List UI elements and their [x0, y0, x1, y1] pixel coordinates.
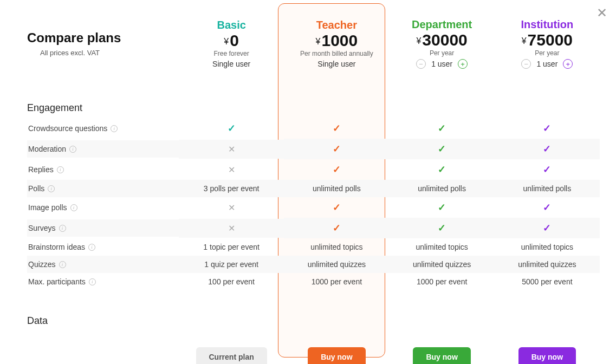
check-icon: ✓	[228, 123, 236, 134]
feature-value: unlimited quizzes	[308, 260, 366, 269]
feature-label: Image polls	[28, 203, 67, 212]
feature-label: Moderation	[28, 145, 66, 153]
check-icon: ✓	[438, 223, 446, 233]
feature-value: unlimited quizzes	[413, 260, 471, 269]
feature-value: 5000 per event	[522, 277, 572, 286]
feature-value: unlimited topics	[521, 243, 574, 251]
feature-value: 1000 per event	[417, 277, 467, 286]
feature-label: Crowdsource questions	[28, 124, 107, 133]
page-title: Compare plans	[27, 30, 179, 46]
check-icon: ✓	[438, 123, 446, 134]
x-icon: ✕	[228, 224, 235, 233]
x-icon: ✕	[228, 203, 235, 212]
inst-users-minus[interactable]: −	[521, 59, 531, 69]
dept-users-plus[interactable]: +	[458, 59, 468, 69]
feature-label: Max. participants	[28, 277, 86, 286]
department-buy-button[interactable]: Buy now	[413, 347, 470, 364]
info-icon[interactable]: i	[69, 146, 76, 153]
feature-label: Surveys	[28, 224, 56, 232]
check-icon: ✓	[543, 202, 551, 213]
feature-value: unlimited topics	[416, 243, 468, 251]
currency: ¥	[522, 36, 527, 46]
check-icon: ✓	[543, 223, 551, 233]
check-icon: ✓	[543, 144, 551, 154]
x-icon: ✕	[228, 145, 235, 154]
plan-name-department: Department	[390, 18, 495, 31]
meta-basic-1: Free forever	[179, 50, 284, 57]
feature-value: 100 per event	[208, 277, 255, 286]
check-icon: ✓	[543, 164, 551, 175]
meta-department-1: Per year	[390, 49, 495, 57]
price-department: 30000	[422, 31, 467, 49]
info-icon[interactable]: i	[111, 125, 118, 132]
check-icon: ✓	[438, 144, 446, 154]
check-icon: ✓	[438, 164, 446, 175]
currency: ¥	[316, 37, 321, 46]
check-icon: ✓	[333, 144, 341, 154]
section-engagement: Engagement	[27, 97, 600, 118]
currency: ¥	[224, 37, 229, 46]
basic-current-plan-button[interactable]: Current plan	[196, 347, 267, 364]
inst-users: 1 user	[536, 60, 557, 68]
feature-label: Quizzes	[28, 260, 56, 269]
check-icon: ✓	[543, 123, 551, 134]
info-icon[interactable]: i	[59, 261, 66, 268]
check-icon: ✓	[333, 202, 341, 213]
plan-name-basic: Basic	[179, 19, 284, 31]
feature-value: 1 topic per event	[203, 243, 260, 251]
info-icon[interactable]: i	[70, 204, 77, 211]
feature-value: 1 quiz per event	[204, 260, 258, 269]
info-icon[interactable]: i	[57, 166, 64, 173]
teacher-buy-button[interactable]: Buy now	[308, 347, 365, 364]
info-icon[interactable]: i	[88, 244, 95, 251]
check-icon: ✓	[438, 202, 446, 213]
feature-value: unlimited polls	[523, 184, 572, 193]
meta-teacher-1: Per month billed annually	[284, 50, 389, 57]
info-icon[interactable]: i	[59, 225, 66, 232]
price-basic: 0	[230, 31, 239, 49]
institution-buy-button[interactable]: Buy now	[518, 347, 576, 364]
plan-name-teacher: Teacher	[284, 19, 389, 31]
check-icon: ✓	[333, 123, 341, 134]
plan-name-institution: Institution	[495, 18, 600, 31]
check-icon: ✓	[333, 164, 341, 175]
dept-users: 1 user	[431, 60, 452, 68]
feature-value: unlimited topics	[310, 243, 363, 251]
info-icon[interactable]: i	[89, 278, 96, 285]
dept-users-minus[interactable]: −	[416, 59, 426, 69]
feature-value: unlimited polls	[313, 184, 361, 193]
meta-basic-2: Single user	[179, 60, 284, 68]
x-icon: ✕	[228, 165, 235, 174]
currency: ¥	[416, 36, 421, 46]
check-icon: ✓	[333, 223, 341, 233]
feature-label: Replies	[28, 165, 54, 174]
meta-institution-1: Per year	[495, 49, 600, 57]
info-icon[interactable]: i	[48, 185, 55, 192]
section-data: Data	[27, 310, 600, 331]
price-institution: 75000	[528, 31, 573, 49]
feature-value: unlimited quizzes	[518, 260, 576, 269]
feature-value: unlimited polls	[418, 184, 466, 193]
subtitle: All prices excl. VAT	[40, 49, 179, 57]
feature-value: 1000 per event	[312, 277, 362, 286]
price-teacher: 1000	[321, 31, 358, 49]
meta-teacher-2: Single user	[284, 60, 389, 68]
inst-users-plus[interactable]: +	[563, 59, 573, 69]
feature-value: 3 polls per event	[204, 184, 260, 193]
feature-label: Brainstorm ideas	[28, 243, 85, 251]
feature-label: Polls	[28, 184, 44, 193]
